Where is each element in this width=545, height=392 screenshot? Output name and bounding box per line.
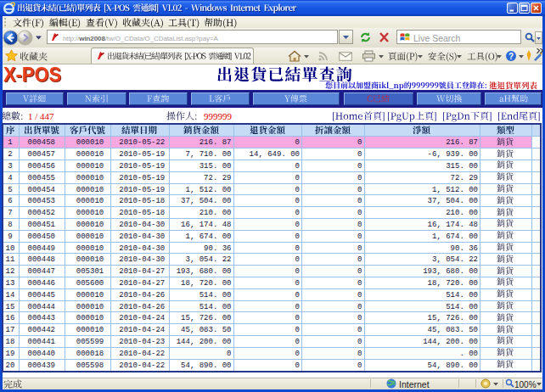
svg-text:?: ? — [508, 52, 514, 61]
